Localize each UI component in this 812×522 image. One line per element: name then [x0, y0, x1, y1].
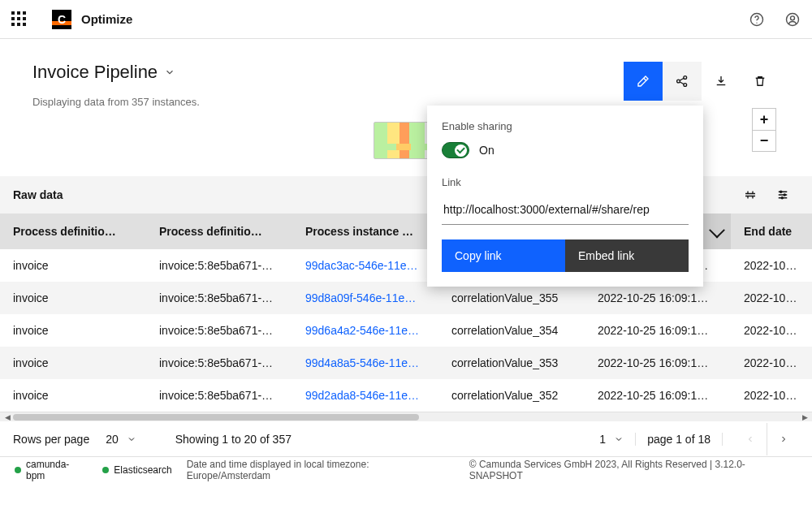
user-icon[interactable]: [784, 11, 801, 28]
settings-icon[interactable]: [767, 179, 799, 211]
col-process-definition-key[interactable]: Process definitio…: [0, 214, 146, 249]
rows-per-page-label: Rows per page: [13, 433, 89, 446]
pagination-bar: Rows per page 20 Showing 1 to 20 of 357 …: [0, 421, 812, 457]
col-end-date[interactable]: End date: [731, 214, 812, 249]
chevron-down-icon: [164, 67, 175, 78]
showing-range-label: Showing 1 to 20 of 357: [175, 433, 292, 446]
table-cell: 2022-10-25: [731, 249, 812, 282]
copy-link-button[interactable]: Copy link: [442, 239, 565, 272]
status-elasticsearch: Elasticsearch: [102, 464, 171, 476]
top-bar: C Optimize: [0, 0, 812, 39]
embed-link-button[interactable]: Embed link: [565, 239, 689, 272]
status-timezone: Date and time displayed in local timezon…: [187, 459, 455, 481]
page-number-select[interactable]: 1: [599, 433, 636, 446]
table-cell: invoice: [0, 347, 146, 379]
table-cell: invoice:5:8e5ba671-…: [146, 379, 292, 412]
svg-point-8: [784, 194, 785, 196]
sharing-toggle-state: On: [479, 144, 495, 157]
table-row[interactable]: invoiceinvoice:5:8e5ba671-…99d6a4a2-546e…: [0, 314, 812, 347]
table-cell: invoice:5:8e5ba671-…: [146, 314, 292, 347]
table-cell: 99d2ada8-546e-11e…: [292, 379, 438, 412]
table-cell: 2022-10-25 16:09:1…: [585, 347, 731, 379]
delete-button[interactable]: [741, 62, 780, 101]
svg-point-1: [756, 22, 757, 23]
svg-point-9: [781, 197, 783, 199]
zoom-out-button[interactable]: −: [753, 130, 775, 151]
table-cell: 99d4a8a5-546e-11e…: [292, 347, 438, 379]
section-label: Raw data: [13, 188, 63, 201]
page-of-label: page 1 of 18: [647, 433, 723, 446]
zoom-controls: + −: [752, 108, 776, 152]
col-process-instance-id[interactable]: Process instance …: [292, 214, 438, 249]
svg-point-2: [787, 13, 799, 25]
sharing-popover: Enable sharing On Link Copy link Embed l…: [427, 106, 703, 287]
table-cell: 2022-10-25: [731, 314, 812, 347]
status-bar: camunda-bpm Elasticsearch Date and time …: [0, 457, 812, 483]
edit-button[interactable]: [624, 62, 663, 101]
table-cell: 99dac3ac-546e-11e…: [292, 249, 438, 282]
status-engine: camunda-bpm: [15, 459, 88, 481]
next-page-button[interactable]: [767, 423, 799, 455]
table-cell: 99d8a09f-546e-11e…: [292, 282, 438, 314]
table-cell: correlationValue_354: [438, 314, 585, 347]
table-cell: invoice: [0, 282, 146, 314]
prev-page-button[interactable]: [734, 423, 767, 455]
col-process-definition-name[interactable]: Process definitio…: [146, 214, 292, 249]
table-cell: correlationValue_353: [438, 347, 585, 379]
current-page: 1: [599, 433, 606, 446]
report-title-dropdown[interactable]: Invoice Pipeline: [32, 62, 200, 83]
table-cell: correlationValue_355: [438, 282, 585, 314]
share-link-input[interactable]: [442, 196, 689, 225]
table-cell: 2022-10-25 16:09:1…: [585, 379, 731, 412]
table-cell: correlationValue_352: [438, 379, 585, 412]
svg-point-7: [780, 191, 782, 192]
table-row[interactable]: invoiceinvoice:5:8e5ba671-…99d4a8a5-546e…: [0, 347, 812, 379]
columns-config-icon[interactable]: [734, 179, 767, 211]
table-cell: 2022-10-25 16:09:1…: [585, 314, 731, 347]
help-icon[interactable]: [749, 11, 765, 28]
report-subtitle: Displaying data from 357 instances.: [32, 96, 200, 108]
svg-point-3: [791, 15, 795, 19]
table-cell: 2022-10-25 16:09:1…: [585, 282, 731, 314]
rows-per-page-select[interactable]: 20: [99, 429, 143, 449]
table-cell: invoice: [0, 379, 146, 412]
product-logo: C: [52, 10, 71, 29]
app-switcher-icon[interactable]: [11, 11, 28, 28]
table-cell: 99d6a4a2-546e-11e…: [292, 314, 438, 347]
share-link-label: Link: [442, 176, 689, 188]
table-cell: 2022-10-25: [731, 347, 812, 379]
table-cell: invoice:5:8e5ba671-…: [146, 282, 292, 314]
enable-sharing-label: Enable sharing: [442, 120, 689, 132]
scroll-right-icon[interactable]: ▶: [799, 412, 810, 423]
share-button[interactable]: [663, 62, 702, 101]
table-row[interactable]: invoiceinvoice:5:8e5ba671-…99d2ada8-546e…: [0, 379, 812, 412]
report-title: Invoice Pipeline: [32, 62, 158, 83]
table-cell: 2022-10-25: [731, 379, 812, 412]
table-cell: invoice: [0, 249, 146, 282]
sharing-toggle[interactable]: [442, 142, 469, 158]
table-row[interactable]: invoiceinvoice:5:8e5ba671-…99d8a09f-546e…: [0, 282, 812, 314]
table-cell: invoice:5:8e5ba671-…: [146, 347, 292, 379]
table-cell: invoice: [0, 314, 146, 347]
product-name: Optimize: [81, 12, 132, 26]
report-header: Invoice Pipeline Displaying data from 35…: [0, 39, 812, 108]
horizontal-scrollbar[interactable]: ◀ ▶: [0, 412, 812, 421]
rows-per-page-value: 20: [106, 433, 119, 446]
scroll-left-icon[interactable]: ◀: [2, 412, 13, 423]
table-cell: invoice:5:8e5ba671-…: [146, 249, 292, 282]
download-button[interactable]: [702, 62, 741, 101]
zoom-in-button[interactable]: +: [753, 109, 775, 130]
status-copyright: © Camunda Services GmbH 2023, All Rights…: [469, 459, 797, 481]
table-cell: 2022-10-25: [731, 282, 812, 314]
